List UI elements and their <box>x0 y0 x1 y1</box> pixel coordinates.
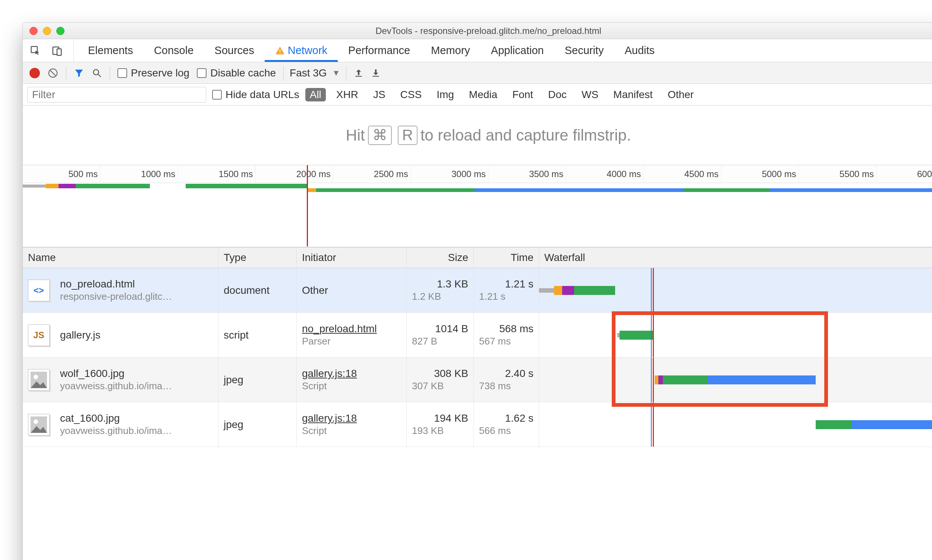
initiator-link[interactable]: gallery.js:18 <box>302 368 357 380</box>
size-resource: 307 KB <box>412 380 468 392</box>
col-type-header[interactable]: Type <box>218 248 297 268</box>
request-type: jpeg <box>218 402 297 447</box>
timeline-tick: 4500 ms <box>643 165 721 183</box>
svg-rect-2 <box>57 49 61 55</box>
filter-type-xhr[interactable]: XHR <box>332 88 363 102</box>
zoom-window-button[interactable] <box>56 27 65 35</box>
tab-security[interactable]: Security <box>554 39 614 62</box>
size-transfer: 1014 B <box>435 323 468 335</box>
waterfall-segment <box>554 286 562 295</box>
filter-type-doc[interactable]: Doc <box>544 88 571 102</box>
record-button[interactable] <box>29 68 40 78</box>
close-window-button[interactable] <box>29 27 38 35</box>
filter-type-manifest[interactable]: Manifest <box>609 88 657 102</box>
overview-timeline[interactable]: 500 ms1000 ms1500 ms2000 ms2500 ms3000 m… <box>23 165 932 247</box>
throttling-select[interactable]: Fast 3G ▼ <box>283 66 346 80</box>
hide-data-urls-label: Hide data URLs <box>226 89 299 101</box>
table-row[interactable]: <>no_preload.htmlresponsive-preload.glit… <box>23 268 932 313</box>
tab-application[interactable]: Application <box>481 39 554 62</box>
disable-cache-checkbox[interactable]: Disable cache <box>197 67 276 79</box>
filter-bar: Hide data URLs AllXHRJSCSSImgMediaFontDo… <box>23 84 932 106</box>
filter-type-img[interactable]: Img <box>432 88 458 102</box>
svg-rect-10 <box>373 76 379 77</box>
tab-performance[interactable]: Performance <box>338 39 420 62</box>
tab-console[interactable]: Console <box>143 39 204 62</box>
minimize-window-button[interactable] <box>43 27 51 35</box>
device-toolbar-icon[interactable] <box>49 43 65 58</box>
table-row[interactable]: cat_1600.jpgyoavweiss.github.io/ima…jpeg… <box>23 402 932 447</box>
tab-memory[interactable]: Memory <box>420 39 481 62</box>
initiator-type: Script <box>302 425 401 437</box>
initiator-link[interactable]: gallery.js:18 <box>302 412 357 424</box>
filter-type-all[interactable]: All <box>305 88 326 102</box>
filter-type-ws[interactable]: WS <box>577 88 603 102</box>
col-size-header[interactable]: Size <box>407 248 474 268</box>
throttling-value: Fast 3G <box>290 67 327 79</box>
requests-table-header: Name Type Initiator Size Time Waterfall … <box>23 247 932 268</box>
tab-network[interactable]: Network <box>265 39 338 62</box>
js-file-icon: JS <box>28 325 49 346</box>
col-initiator-header[interactable]: Initiator <box>297 248 407 268</box>
tab-sources[interactable]: Sources <box>204 39 264 62</box>
load-marker-line <box>307 165 308 246</box>
svg-point-7 <box>94 69 99 75</box>
filter-type-other[interactable]: Other <box>663 88 698 102</box>
filter-input[interactable] <box>27 87 206 103</box>
overview-segment <box>23 185 46 188</box>
table-row[interactable]: JSgallery.jsscriptno_preload.htmlParser1… <box>23 313 932 358</box>
time-latency: 738 ms <box>479 380 534 392</box>
col-time-header[interactable]: Time <box>474 248 539 268</box>
svg-rect-4 <box>280 52 280 53</box>
waterfall-segment <box>574 286 615 295</box>
overview-segment <box>46 184 58 188</box>
overview-segment <box>58 184 76 188</box>
table-row[interactable]: wolf_1600.jpgyoavweiss.github.io/ima…jpe… <box>23 358 932 402</box>
initiator-link[interactable]: no_preload.html <box>302 323 377 335</box>
size-transfer: 194 KB <box>434 412 468 424</box>
waterfall-segment <box>655 375 658 385</box>
filter-type-js[interactable]: JS <box>369 88 390 102</box>
disable-cache-label: Disable cache <box>210 67 276 79</box>
inspect-element-icon[interactable] <box>28 43 43 58</box>
waterfall-segment <box>539 288 554 293</box>
time-latency: 566 ms <box>479 425 534 437</box>
preserve-log-checkbox[interactable]: Preserve log <box>117 67 189 79</box>
search-icon[interactable] <box>92 68 102 78</box>
filter-type-font[interactable]: Font <box>508 88 538 102</box>
size-transfer: 308 KB <box>434 368 468 380</box>
time-total: 568 ms <box>499 323 534 335</box>
time-total: 2.40 s <box>505 368 534 380</box>
timeline-tick: 1000 ms <box>100 165 178 183</box>
clear-button[interactable] <box>47 68 58 78</box>
chevron-down-icon: ▼ <box>332 68 340 78</box>
filter-type-css[interactable]: CSS <box>396 88 426 102</box>
dcl-marker-line <box>651 313 652 357</box>
waterfall-segment <box>658 375 663 385</box>
upload-har-icon[interactable] <box>354 68 363 78</box>
timeline-tick: 3500 ms <box>488 165 566 183</box>
timeline-tick: 4000 ms <box>566 165 643 183</box>
image-file-icon <box>28 369 49 391</box>
download-har-icon[interactable] <box>371 68 381 78</box>
initiator-type: Script <box>302 380 401 392</box>
filter-toggle-icon[interactable] <box>74 68 84 78</box>
timeline-tick: 6000 ms <box>877 165 932 183</box>
window-title: DevTools - responsive-preload.glitch.me/… <box>23 26 932 36</box>
svg-point-12 <box>34 375 38 379</box>
size-resource: 827 B <box>412 335 468 347</box>
svg-rect-3 <box>280 49 280 52</box>
filter-type-media[interactable]: Media <box>464 88 502 102</box>
col-waterfall-header[interactable]: Waterfall ▲ <box>539 248 932 268</box>
col-name-header[interactable]: Name <box>23 248 218 268</box>
network-toolbar: Preserve log Disable cache Fast 3G ▼ <box>23 62 932 84</box>
waterfall-segment <box>663 375 707 385</box>
warning-icon <box>275 46 285 55</box>
timeline-tick: 2500 ms <box>333 165 411 183</box>
tab-audits[interactable]: Audits <box>614 39 665 62</box>
overview-segment <box>307 188 316 192</box>
dcl-marker-line <box>651 358 652 402</box>
dcl-marker-line <box>651 268 652 312</box>
size-resource: 193 KB <box>412 425 468 437</box>
tab-elements[interactable]: Elements <box>78 39 143 62</box>
hide-data-urls-checkbox[interactable]: Hide data URLs <box>212 89 299 101</box>
